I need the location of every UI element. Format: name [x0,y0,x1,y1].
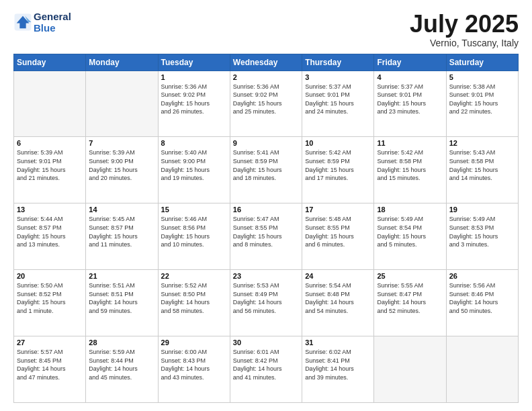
day-number: 9 [233,139,299,147]
calendar-cell: 3Sunrise: 5:37 AM Sunset: 9:01 PM Daylig… [302,71,374,137]
day-header-saturday: Saturday [446,54,518,71]
calendar-cell: 12Sunrise: 5:43 AM Sunset: 8:58 PM Dayli… [446,137,518,203]
calendar-cell: 7Sunrise: 5:39 AM Sunset: 9:00 PM Daylig… [86,137,158,203]
day-info: Sunrise: 5:50 AM Sunset: 8:52 PM Dayligh… [17,281,83,315]
day-header-sunday: Sunday [14,54,86,71]
day-info: Sunrise: 5:39 AM Sunset: 9:01 PM Dayligh… [17,148,83,182]
day-number: 10 [305,139,371,147]
day-info: Sunrise: 5:41 AM Sunset: 8:59 PM Dayligh… [233,148,299,182]
day-number: 28 [89,338,154,347]
calendar-header-row: SundayMondayTuesdayWednesdayThursdayFrid… [14,54,519,71]
day-number: 25 [377,272,443,280]
day-number: 17 [305,205,371,214]
calendar-cell: 13Sunrise: 5:44 AM Sunset: 8:57 PM Dayli… [14,203,86,270]
day-header-monday: Monday [86,54,158,71]
day-info: Sunrise: 6:00 AM Sunset: 8:43 PM Dayligh… [161,348,227,381]
day-info: Sunrise: 5:40 AM Sunset: 9:00 PM Dayligh… [161,148,227,182]
day-info: Sunrise: 5:38 AM Sunset: 9:01 PM Dayligh… [449,83,515,116]
day-number: 1 [161,73,227,81]
day-info: Sunrise: 5:51 AM Sunset: 8:51 PM Dayligh… [89,281,154,315]
calendar-cell: 15Sunrise: 5:46 AM Sunset: 8:56 PM Dayli… [158,203,230,270]
day-header-thursday: Thursday [302,54,374,71]
calendar-cell: 16Sunrise: 5:47 AM Sunset: 8:55 PM Dayli… [230,203,302,270]
calendar-cell: 22Sunrise: 5:52 AM Sunset: 8:50 PM Dayli… [158,270,230,336]
day-number: 15 [161,205,227,214]
day-header-friday: Friday [374,54,446,71]
calendar-cell: 4Sunrise: 5:37 AM Sunset: 9:01 PM Daylig… [374,71,446,137]
week-row-1: 1Sunrise: 5:36 AM Sunset: 9:02 PM Daylig… [14,71,519,137]
day-number: 30 [233,338,299,347]
calendar-cell: 5Sunrise: 5:38 AM Sunset: 9:01 PM Daylig… [446,71,518,137]
week-row-3: 13Sunrise: 5:44 AM Sunset: 8:57 PM Dayli… [14,203,519,270]
calendar-cell: 29Sunrise: 6:00 AM Sunset: 8:43 PM Dayli… [158,336,230,403]
day-info: Sunrise: 5:59 AM Sunset: 8:44 PM Dayligh… [89,348,154,381]
calendar-cell: 17Sunrise: 5:48 AM Sunset: 8:55 PM Dayli… [302,203,374,270]
day-number: 3 [305,73,371,81]
day-info: Sunrise: 5:49 AM Sunset: 8:53 PM Dayligh… [449,215,515,248]
day-info: Sunrise: 5:54 AM Sunset: 8:48 PM Dayligh… [305,281,371,315]
calendar-cell [86,71,158,137]
day-number: 13 [17,205,83,214]
day-number: 23 [233,272,299,280]
day-number: 6 [17,139,83,147]
day-number: 5 [449,73,515,81]
week-row-4: 20Sunrise: 5:50 AM Sunset: 8:52 PM Dayli… [14,270,519,336]
calendar-cell: 28Sunrise: 5:59 AM Sunset: 8:44 PM Dayli… [86,336,158,403]
week-row-5: 27Sunrise: 5:57 AM Sunset: 8:45 PM Dayli… [14,336,519,403]
day-info: Sunrise: 5:52 AM Sunset: 8:50 PM Dayligh… [161,281,227,315]
day-info: Sunrise: 5:46 AM Sunset: 8:56 PM Dayligh… [161,215,227,248]
calendar-cell: 31Sunrise: 6:02 AM Sunset: 8:41 PM Dayli… [302,336,374,403]
calendar-cell: 6Sunrise: 5:39 AM Sunset: 9:01 PM Daylig… [14,137,86,203]
day-number: 19 [449,205,515,214]
day-number: 26 [449,272,515,280]
day-number: 27 [17,338,83,347]
day-info: Sunrise: 5:37 AM Sunset: 9:01 PM Dayligh… [305,83,371,116]
day-info: Sunrise: 5:49 AM Sunset: 8:54 PM Dayligh… [377,215,443,248]
calendar-cell: 21Sunrise: 5:51 AM Sunset: 8:51 PM Dayli… [86,270,158,336]
day-header-tuesday: Tuesday [158,54,230,71]
calendar-cell: 23Sunrise: 5:53 AM Sunset: 8:49 PM Dayli… [230,270,302,336]
day-number: 12 [449,139,515,147]
calendar-cell: 20Sunrise: 5:50 AM Sunset: 8:52 PM Dayli… [14,270,86,336]
calendar-cell: 19Sunrise: 5:49 AM Sunset: 8:53 PM Dayli… [446,203,518,270]
page: General Blue July 2025 Vernio, Tuscany, … [0,0,532,411]
day-info: Sunrise: 5:47 AM Sunset: 8:55 PM Dayligh… [233,215,299,248]
day-number: 20 [17,272,83,280]
calendar-cell: 11Sunrise: 5:42 AM Sunset: 8:58 PM Dayli… [374,137,446,203]
day-info: Sunrise: 6:02 AM Sunset: 8:41 PM Dayligh… [305,348,371,381]
calendar-cell: 24Sunrise: 5:54 AM Sunset: 8:48 PM Dayli… [302,270,374,336]
calendar-cell: 26Sunrise: 5:56 AM Sunset: 8:46 PM Dayli… [446,270,518,336]
calendar-cell: 18Sunrise: 5:49 AM Sunset: 8:54 PM Dayli… [374,203,446,270]
calendar-cell: 30Sunrise: 6:01 AM Sunset: 8:42 PM Dayli… [230,336,302,403]
day-number: 4 [377,73,443,81]
day-info: Sunrise: 5:53 AM Sunset: 8:49 PM Dayligh… [233,281,299,315]
title-block: July 2025 Vernio, Tuscany, Italy [410,11,519,48]
day-info: Sunrise: 6:01 AM Sunset: 8:42 PM Dayligh… [233,348,299,381]
header: General Blue July 2025 Vernio, Tuscany, … [13,11,519,48]
day-info: Sunrise: 5:36 AM Sunset: 9:02 PM Dayligh… [161,83,227,116]
day-info: Sunrise: 5:42 AM Sunset: 8:58 PM Dayligh… [377,148,443,182]
day-info: Sunrise: 5:42 AM Sunset: 8:59 PM Dayligh… [305,148,371,182]
day-number: 14 [89,205,154,214]
day-number: 8 [161,139,227,147]
day-info: Sunrise: 5:39 AM Sunset: 9:00 PM Dayligh… [89,148,154,182]
calendar-cell: 9Sunrise: 5:41 AM Sunset: 8:59 PM Daylig… [230,137,302,203]
calendar-cell [446,336,518,403]
week-row-2: 6Sunrise: 5:39 AM Sunset: 9:01 PM Daylig… [14,137,519,203]
day-info: Sunrise: 5:44 AM Sunset: 8:57 PM Dayligh… [17,215,83,248]
location: Vernio, Tuscany, Italy [410,38,519,48]
calendar-cell [374,336,446,403]
calendar-cell: 27Sunrise: 5:57 AM Sunset: 8:45 PM Dayli… [14,336,86,403]
day-number: 11 [377,139,443,147]
calendar-cell: 1Sunrise: 5:36 AM Sunset: 9:02 PM Daylig… [158,71,230,137]
day-info: Sunrise: 5:57 AM Sunset: 8:45 PM Dayligh… [17,348,83,381]
calendar-cell: 25Sunrise: 5:55 AM Sunset: 8:47 PM Dayli… [374,270,446,336]
day-number: 18 [377,205,443,214]
logo-icon [13,13,32,32]
day-number: 2 [233,73,299,81]
calendar-table: SundayMondayTuesdayWednesdayThursdayFrid… [13,54,519,403]
calendar-cell: 2Sunrise: 5:36 AM Sunset: 9:02 PM Daylig… [230,71,302,137]
day-number: 22 [161,272,227,280]
day-info: Sunrise: 5:48 AM Sunset: 8:55 PM Dayligh… [305,215,371,248]
day-info: Sunrise: 5:56 AM Sunset: 8:46 PM Dayligh… [449,281,515,315]
